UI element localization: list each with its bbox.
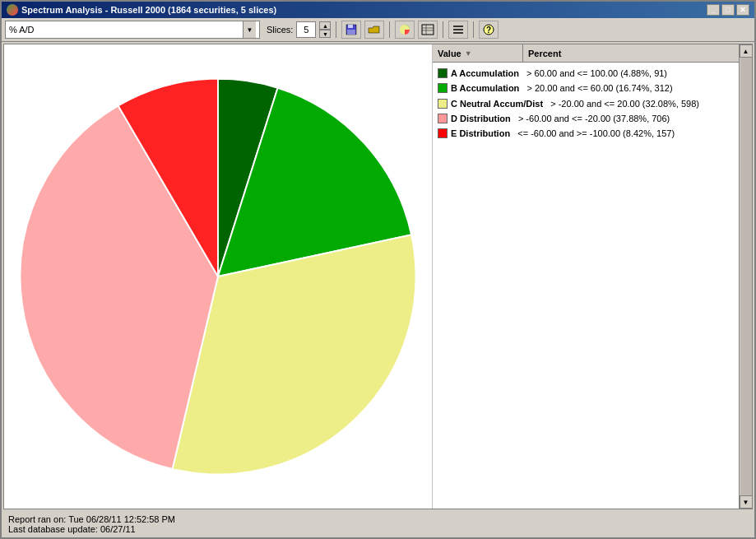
- legend-row: A Accumulation > 60.00 and <= 100.00 (4.…: [433, 66, 739, 81]
- indicator-dropdown[interactable]: % A/D ▼: [5, 21, 260, 39]
- separator-4: [473, 21, 474, 38]
- legend-color-3: [438, 114, 448, 123]
- legend-header: Value ▼ Percent: [433, 44, 739, 63]
- toolbar: % A/D ▼ Slices: ▲ ▼: [2, 18, 754, 42]
- svg-rect-4: [422, 25, 434, 35]
- svg-rect-1: [348, 25, 353, 28]
- scroll-track[interactable]: [740, 58, 752, 495]
- spin-down[interactable]: ▼: [319, 30, 331, 38]
- main-window: Spectrum Analysis - Russell 2000 (1864 s…: [0, 0, 756, 539]
- spin-up[interactable]: ▲: [319, 21, 331, 30]
- footer: Report ran on: Tue 06/28/11 12:52:58 PM …: [2, 511, 754, 537]
- window-title: Spectrum Analysis - Russell 2000 (1864 s…: [21, 5, 276, 15]
- status-line-1: Report ran on: Tue 06/28/11 12:52:58 PM: [8, 514, 748, 524]
- legend-color-1: [438, 83, 448, 93]
- legend-color-2: [438, 99, 448, 109]
- legend-percent-header: Percent: [523, 44, 739, 62]
- svg-text:?: ?: [486, 26, 491, 35]
- legend-panel: Value ▼ Percent A Accumulation > 60.00 a…: [432, 44, 739, 509]
- legend-row: D Distribution > -60.00 and <= -20.00 (3…: [433, 111, 739, 126]
- legend-row: E Distribution <= -60.00 and >= -100.00 …: [433, 126, 739, 141]
- pie-chart: [4, 63, 432, 490]
- legend-rows: A Accumulation > 60.00 and <= 100.00 (4.…: [433, 63, 739, 144]
- minimize-button[interactable]: _: [707, 4, 720, 16]
- legend-label-0: A Accumulation > 60.00 and <= 100.00 (4.…: [451, 67, 734, 79]
- maximize-button[interactable]: □: [721, 4, 735, 16]
- save-button[interactable]: [341, 21, 361, 39]
- table-button[interactable]: [418, 21, 438, 39]
- legend-label-1: B Accumulation > 20.00 and <= 60.00 (16.…: [451, 82, 734, 94]
- legend-row: B Accumulation > 20.00 and <= 60.00 (16.…: [433, 81, 739, 95]
- legend-label-2: C Neutral Accum/Dist > -20.00 and <= 20.…: [451, 98, 734, 109]
- scroll-down-button[interactable]: ▼: [740, 495, 753, 509]
- title-bar: Spectrum Analysis - Russell 2000 (1864 s…: [2, 2, 754, 18]
- help-button[interactable]: ?: [479, 21, 499, 39]
- dropdown-arrow[interactable]: ▼: [243, 21, 256, 38]
- svg-rect-2: [347, 30, 355, 35]
- legend-color-4: [438, 128, 448, 138]
- chart-area: [4, 44, 432, 509]
- dropdown-value: % A/D: [9, 25, 35, 35]
- scroll-up-button[interactable]: ▲: [740, 44, 753, 58]
- legend-label-4: E Distribution <= -60.00 and >= -100.00 …: [451, 128, 734, 139]
- title-buttons: _ □ ✕: [707, 4, 749, 16]
- scrollbar: ▲ ▼: [739, 44, 752, 509]
- legend-label-3: D Distribution > -60.00 and <= -20.00 (3…: [451, 113, 734, 124]
- open-button[interactable]: [364, 21, 384, 39]
- window-icon: [7, 4, 18, 16]
- separator-2: [389, 21, 390, 38]
- separator-1: [336, 21, 336, 38]
- legend-value-header: Value ▼: [433, 44, 523, 62]
- list-button[interactable]: [448, 21, 468, 39]
- legend-row: C Neutral Accum/Dist > -20.00 and <= 20.…: [433, 96, 739, 111]
- legend-color-0: [438, 68, 448, 78]
- chart-type-button[interactable]: [395, 21, 415, 39]
- sort-icon[interactable]: ▼: [465, 49, 472, 58]
- close-button[interactable]: ✕: [736, 4, 749, 16]
- status-line-2: Last database update: 06/27/11: [8, 524, 748, 534]
- slices-input[interactable]: [296, 21, 316, 38]
- svg-marker-3: [369, 26, 379, 33]
- slices-spinner[interactable]: ▲ ▼: [319, 21, 331, 38]
- slices-label: Slices:: [267, 25, 293, 35]
- separator-3: [443, 21, 443, 38]
